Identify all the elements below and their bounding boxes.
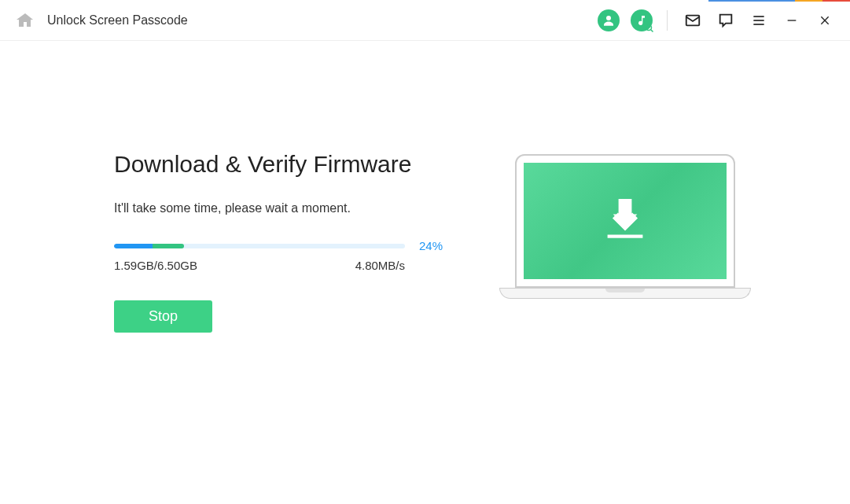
download-icon <box>598 193 653 248</box>
progress-stats: 1.59GB/6.50GB 4.80MB/s <box>114 259 405 272</box>
progress-fill <box>114 244 184 248</box>
stop-button[interactable]: Stop <box>114 300 212 333</box>
mail-icon[interactable] <box>682 9 704 31</box>
titlebar-left: Unlock Screen Passcode <box>14 9 188 31</box>
music-search-icon[interactable] <box>631 9 653 31</box>
feedback-icon[interactable] <box>715 9 737 31</box>
window-accent-bar <box>708 0 850 2</box>
menu-icon[interactable] <box>748 9 770 31</box>
progress-bar <box>114 244 405 248</box>
progress-percent: 24% <box>419 239 443 252</box>
svg-point-1 <box>646 24 652 30</box>
main-content: Download & Verify Firmware It'll take so… <box>0 41 850 333</box>
laptop-illustration <box>499 154 751 311</box>
downloaded-size: 1.59GB/6.50GB <box>114 259 197 272</box>
svg-point-0 <box>606 16 611 20</box>
progress-row: 24% <box>114 239 444 252</box>
divider <box>667 10 668 31</box>
download-panel: Download & Verify Firmware It'll take so… <box>114 151 444 333</box>
home-icon[interactable] <box>14 9 36 31</box>
svg-line-2 <box>651 29 653 31</box>
illustration-panel <box>499 151 751 333</box>
titlebar-right <box>598 9 836 31</box>
page-title: Unlock Screen Passcode <box>47 13 188 28</box>
user-icon[interactable] <box>598 9 620 31</box>
close-button[interactable] <box>814 9 836 31</box>
subtext: It'll take some time, please wait a mome… <box>114 201 444 215</box>
download-speed: 4.80MB/s <box>355 259 405 272</box>
minimize-button[interactable] <box>781 9 803 31</box>
titlebar: Unlock Screen Passcode <box>0 0 850 41</box>
heading: Download & Verify Firmware <box>114 151 444 178</box>
svg-rect-11 <box>608 235 643 238</box>
